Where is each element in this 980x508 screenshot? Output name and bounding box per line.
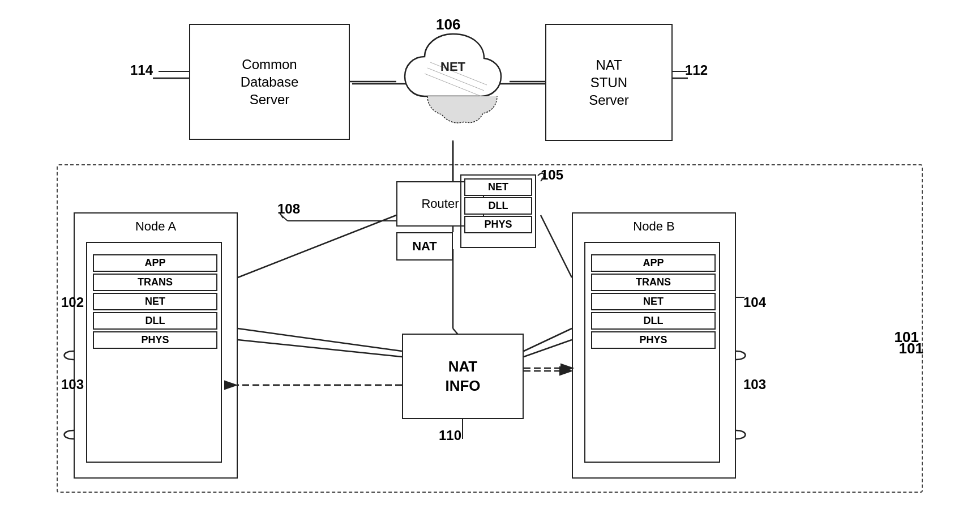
ref-105: 105 <box>541 167 563 183</box>
ref-104: 104 <box>743 294 766 310</box>
ref-106: 106 <box>436 16 460 33</box>
node-b-outer: Node B APP TRANS NET DLL PHYS <box>572 212 736 479</box>
node-a-inner-border: APP TRANS NET DLL PHYS <box>86 242 222 463</box>
common-database-server-box: Common Database Server <box>189 24 350 140</box>
node-a-net: NET <box>93 293 217 310</box>
node-a-app: APP <box>93 254 217 272</box>
ref-110: 110 <box>439 428 461 443</box>
node-a-dll: DLL <box>93 312 217 330</box>
cloud-net: NET <box>396 17 510 142</box>
ref-102: 102 <box>61 294 84 310</box>
nat-label: NAT <box>412 239 437 254</box>
router-stack-border <box>460 174 536 248</box>
cloud-shape: NET <box>396 17 510 142</box>
ref-112-line <box>673 71 687 72</box>
node-b-inner-border: APP TRANS NET DLL PHYS <box>584 242 720 463</box>
nat-box: NAT <box>396 232 453 261</box>
common-db-label: Common Database Server <box>241 56 299 109</box>
nat-info-label: NAT INFO <box>445 357 480 396</box>
node-a-label: Node A <box>135 219 176 234</box>
nat-stun-server-box: NAT STUN Server <box>545 24 673 141</box>
ref-108: 108 <box>277 201 300 217</box>
nat-stun-label: NAT STUN Server <box>589 56 629 109</box>
nat-info-box: NAT INFO <box>402 334 524 419</box>
node-a-outer: Node A APP TRANS NET DLL PHYS <box>74 212 238 479</box>
node-b-stack: APP TRANS NET DLL PHYS <box>591 254 716 349</box>
ref-112: 112 <box>685 62 708 78</box>
router-label: Router <box>421 197 459 211</box>
node-b-dll: DLL <box>591 312 716 330</box>
svg-text:NET: NET <box>440 59 466 74</box>
node-a-stack: APP TRANS NET DLL PHYS <box>93 254 217 349</box>
ref-103b: 103 <box>743 377 766 392</box>
node-b-trans: TRANS <box>591 274 716 291</box>
ref-103a: 103 <box>61 377 84 392</box>
node-b-phys: PHYS <box>591 331 716 349</box>
node-b-net: NET <box>591 293 716 310</box>
ref-101-label: 101 <box>895 328 919 346</box>
ref-114: 114 <box>130 62 153 78</box>
node-a-phys: PHYS <box>93 331 217 349</box>
node-b-app: APP <box>591 254 716 272</box>
ref-114-line <box>159 71 190 72</box>
node-a-trans: TRANS <box>93 274 217 291</box>
diagram: 101 Common Database Server 114 NAT STUN … <box>0 0 980 508</box>
node-b-label: Node B <box>633 219 674 234</box>
